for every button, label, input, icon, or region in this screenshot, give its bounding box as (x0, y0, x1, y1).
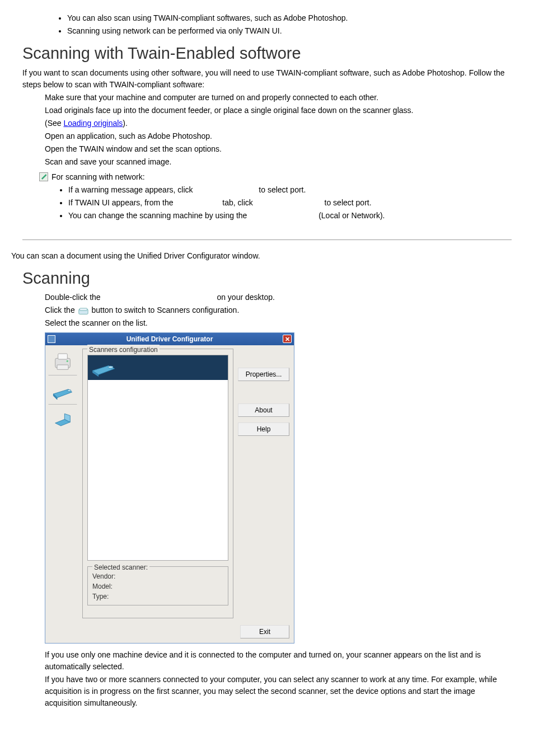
close-icon[interactable]: ✕ (283, 335, 292, 343)
scanner-button-icon (78, 307, 88, 314)
section-heading-twain: Scanning with Twain-Enabled softwore (22, 41, 512, 66)
selected-scanner-box: Selected scanner: Vendor: Model: Type: (87, 566, 228, 605)
sidebar-scanners-icon[interactable] (48, 378, 77, 405)
step-text: Click the button to switch to Scanners c… (45, 304, 512, 316)
list-item: You can also scan using TWAIN-compliant … (67, 12, 512, 24)
svg-point-7 (108, 366, 113, 368)
text-fragment: on your desktop. (217, 293, 275, 302)
step-text: Load originals face up into the document… (45, 105, 512, 116)
scanners-groupbox: Scanners configuration Selected scanner:… (82, 349, 233, 618)
window-icon (48, 335, 55, 343)
divider (22, 240, 512, 240)
configurator-window: Unified Driver Configurator ✕ Scanners c… (45, 332, 294, 644)
intro-bullet-list: You can also scan using TWAIN-compliant … (45, 12, 512, 37)
about-button[interactable]: About (238, 403, 289, 417)
properties-button[interactable]: Properties... (238, 368, 289, 381)
step-text: Double-click the on your desktop. (45, 292, 512, 303)
text-fragment: (See (45, 119, 63, 128)
svg-rect-4 (57, 365, 68, 369)
section-intro: If you want to scan documents using othe… (22, 67, 512, 91)
note-label: For scanning with network: (51, 172, 145, 181)
svg-point-6 (67, 390, 71, 392)
note-icon (39, 172, 48, 181)
step-text: If you have two or more scanners connect… (45, 674, 512, 709)
note-block: For scanning with network: If a warning … (39, 171, 512, 223)
text-fragment: to select port. (259, 185, 306, 194)
text-fragment: (Local or Network). (318, 211, 385, 220)
step-text: Select the scanner on the list. (45, 317, 512, 329)
text-fragment: button to switch to Scanners configurati… (91, 306, 239, 314)
svg-rect-3 (58, 354, 68, 359)
loading-originals-link[interactable]: Loading originals (63, 119, 123, 128)
text-fragment: tab, click (222, 198, 255, 207)
text-fragment: Double-click the (45, 293, 103, 302)
scanner-list[interactable] (87, 355, 228, 561)
text-fragment: ). (123, 119, 128, 128)
window-title: Unified Driver Configurator (127, 334, 213, 344)
section-lead: You can scan a document using the Unifie… (11, 250, 512, 262)
vendor-label: Vendor: (92, 571, 223, 581)
help-button[interactable]: Help (238, 422, 289, 436)
titlebar: Unified Driver Configurator ✕ (45, 333, 294, 345)
sidebar-ports-icon[interactable] (48, 407, 77, 434)
text-fragment: You can change the scanning machine by u… (68, 211, 249, 220)
list-item: If TWAIN UI appears, from the tab, click… (68, 197, 512, 209)
step-text: If you use only one machine device and i… (45, 649, 512, 673)
groupbox-title: Scanners configuration (87, 345, 160, 355)
text-fragment: Click the (45, 306, 77, 314)
list-item: If a warning message appears, click to s… (68, 184, 512, 196)
selected-scanner-title: Selected scanner: (92, 562, 149, 572)
list-item: You can change the scanning machine by u… (68, 210, 512, 222)
text-fragment: to select port. (325, 198, 372, 207)
text-fragment: If TWAIN UI appears, from the (68, 198, 175, 207)
sidebar-printers-icon[interactable] (48, 349, 77, 375)
step-text: Scan and save your scanned image. (45, 156, 512, 168)
text-fragment: If a warning message appears, click (68, 185, 195, 194)
step-text: Open the TWAIN window and set the scan o… (45, 143, 512, 155)
step-text: (See Loading originals). (45, 118, 512, 129)
exit-button[interactable]: Exit (240, 625, 289, 638)
type-label: Type: (92, 591, 223, 602)
list-item: Scanning using network can be performed … (67, 25, 512, 37)
sidebar (45, 345, 80, 622)
step-text: Make sure that your machine and computer… (45, 92, 512, 104)
section-heading-scanning: Scanning (22, 266, 512, 291)
svg-point-5 (67, 360, 68, 362)
model-label: Model: (92, 581, 223, 591)
scanner-list-item[interactable] (88, 355, 228, 380)
svg-rect-1 (79, 308, 87, 311)
step-text: Open an application, such as Adobe Photo… (45, 130, 512, 142)
